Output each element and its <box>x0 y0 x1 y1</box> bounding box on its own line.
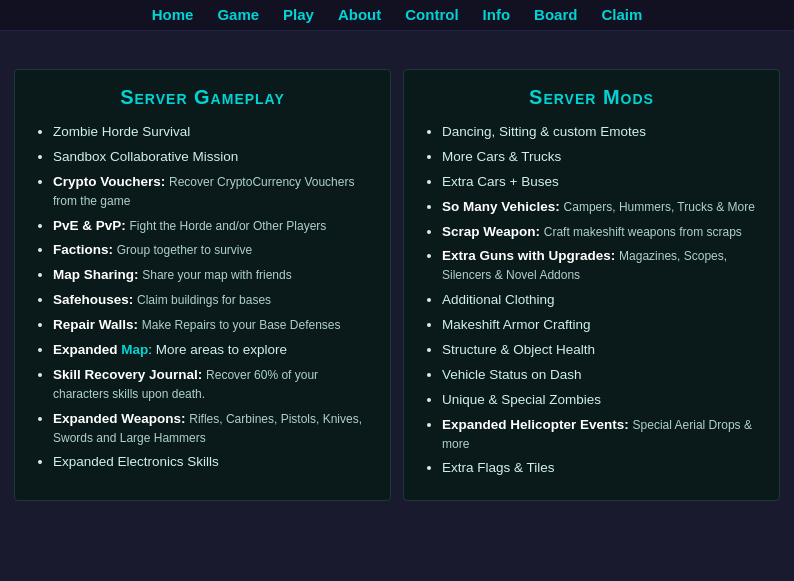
list-item: Crypto Vouchers: Recover CryptoCurrency … <box>53 173 372 211</box>
page-header <box>0 31 794 59</box>
list-item: Expanded Map: More areas to explore <box>53 341 372 360</box>
list-item: More Cars & Trucks <box>442 148 761 167</box>
right-panel: Server Mods Dancing, Sitting & custom Em… <box>403 69 780 501</box>
list-item: Factions: Group together to survive <box>53 241 372 260</box>
list-item: Extra Cars + Buses <box>442 173 761 192</box>
left-panel: Server Gameplay Zombie Horde SurvivalSan… <box>14 69 391 501</box>
list-item: Vehicle Status on Dash <box>442 366 761 385</box>
list-item: Expanded Weapons: Rifles, Carbines, Pist… <box>53 410 372 448</box>
right-panel-list: Dancing, Sitting & custom EmotesMore Car… <box>422 123 761 478</box>
left-panel-list: Zombie Horde SurvivalSandbox Collaborati… <box>33 123 372 472</box>
nav-link-about[interactable]: About <box>338 6 381 23</box>
list-item: PvE & PvP: Fight the Horde and/or Other … <box>53 217 372 236</box>
nav-link-home[interactable]: Home <box>152 6 194 23</box>
list-item: Extra Flags & Tiles <box>442 459 761 478</box>
list-item: Expanded Helicopter Events: Special Aeri… <box>442 416 761 454</box>
nav-link-claim[interactable]: Claim <box>601 6 642 23</box>
list-item: Dancing, Sitting & custom Emotes <box>442 123 761 142</box>
nav-link-board[interactable]: Board <box>534 6 577 23</box>
list-item: Skill Recovery Journal: Recover 60% of y… <box>53 366 372 404</box>
list-item: Extra Guns with Upgrades: Magazines, Sco… <box>442 247 761 285</box>
list-item: Unique & Special Zombies <box>442 391 761 410</box>
nav-link-control[interactable]: Control <box>405 6 458 23</box>
list-item: Makeshift Armor Crafting <box>442 316 761 335</box>
nav-link-play[interactable]: Play <box>283 6 314 23</box>
nav-link-game[interactable]: Game <box>217 6 259 23</box>
list-item: Additional Clothing <box>442 291 761 310</box>
list-item: Structure & Object Health <box>442 341 761 360</box>
list-item: Sandbox Collaborative Mission <box>53 148 372 167</box>
list-item: So Many Vehicles: Campers, Hummers, Truc… <box>442 198 761 217</box>
list-item: Expanded Electronics Skills <box>53 453 372 472</box>
list-item: Safehouses: Claim buildings for bases <box>53 291 372 310</box>
list-item: Map Sharing: Share your map with friends <box>53 266 372 285</box>
main-nav: HomeGamePlayAboutControlInfoBoardClaim <box>0 0 794 31</box>
content-area: Server Gameplay Zombie Horde SurvivalSan… <box>0 59 794 515</box>
list-item: Repair Walls: Make Repairs to your Base … <box>53 316 372 335</box>
nav-link-info[interactable]: Info <box>483 6 511 23</box>
list-item: Scrap Weapon: Craft makeshift weapons fr… <box>442 223 761 242</box>
right-panel-title: Server Mods <box>422 86 761 109</box>
left-panel-title: Server Gameplay <box>33 86 372 109</box>
list-item: Zombie Horde Survival <box>53 123 372 142</box>
